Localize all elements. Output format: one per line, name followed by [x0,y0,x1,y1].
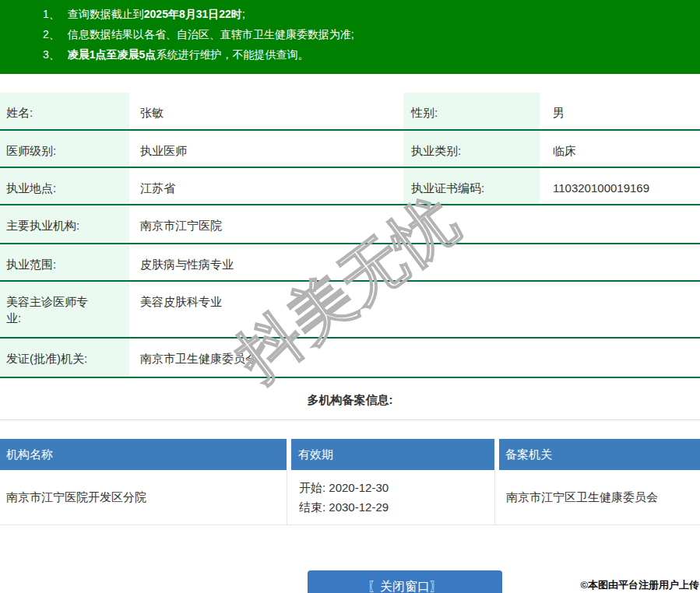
notice-line-number: 2、 [43,28,60,40]
upload-credit-text: ©本图由平台注册用户上传 [580,578,699,592]
notice-text: 系统进行维护，不能提供查询。 [156,48,308,61]
notice-line-number: 3、 [43,48,60,61]
field-value-certificate-number: 110320100019169 [540,167,700,205]
notice-banner: 1、查询数据截止到2025年8月31日22时; 2、信息数据结果以各省、自治区、… [0,0,700,74]
notice-text: 信息数据结果以各省、自治区、直辖市卫生健康委数据为准; [68,28,354,40]
field-label-cosmetic-specialty: 美容主诊医师专业: [0,281,129,338]
field-label-certificate-number: 执业证书编码: [403,167,540,205]
filing-table-header: 机构名称 有效期 备案机关 [0,439,700,470]
doctor-info-table: 姓名: 张敏 性别: 男 医师级别: 执业医师 执业类别: 临床 执业地点: 江… [0,93,700,378]
table-row: 执业地点: 江苏省 执业证书编码: 110320100019169 [0,167,700,205]
filing-section-heading: 多机构备案信息: [0,378,700,420]
field-label-text: 执业证书编码: [411,181,484,195]
validity-end: 结束: 2030-12-29 [299,497,494,517]
field-value-practice-category: 临床 [540,130,700,167]
field-label-name: 姓名: [0,93,129,130]
field-label-text: 性别: [411,106,438,119]
notice-text: 查询数据截止到 [68,8,144,20]
notice-text: ; [242,8,245,20]
notice-line-1: 1、查询数据截止到2025年8月31日22时; [0,4,700,24]
field-label-text: 医师级别: [6,142,56,159]
field-label-gender: 性别: [403,93,540,130]
field-label-practice-category: 执业类别: [403,130,540,167]
filing-table-row: 南京市江宁医院开发区分院 开始: 2020-12-30 结束: 2030-12-… [0,470,700,525]
field-value-practice-scope: 皮肤病与性病专业 [129,244,700,281]
field-value-cosmetic-specialty: 美容皮肤科专业 [129,281,700,338]
notice-line-number: 1、 [43,8,60,20]
field-value-main-institution: 南京市江宁医院 [129,205,700,244]
table-row: 医师级别: 执业医师 执业类别: 临床 [0,130,700,167]
table-row: 美容主诊医师专业: 美容皮肤科专业 [0,281,700,338]
cell-filing-authority: 南京市江宁区卫生健康委员会 [494,470,700,525]
field-value-issuing-authority: 南京市卫生健康委员会 [129,338,700,377]
table-row: 执业范围: 皮肤病与性病专业 [0,244,700,281]
filing-table: 机构名称 有效期 备案机关 南京市江宁医院开发区分院 开始: 2020-12-3… [0,439,700,525]
field-label-text: 美容主诊医师专业: [6,293,94,326]
field-label-main-institution: 主要执业机构: [0,205,129,244]
column-header-institution-name: 机构名称 [0,439,287,470]
field-label-issuing-authority: 发证(批准)机关: [0,338,129,377]
field-value-gender: 男 [540,93,700,130]
field-label-practice-location: 执业地点: [0,167,129,205]
notice-line-3: 3、凌晨1点至凌晨5点系统进行维护，不能提供查询。 [0,44,700,65]
close-window-button[interactable]: 〖关闭窗口〗 [308,570,502,593]
table-row: 主要执业机构: 南京市江宁医院 [0,205,700,244]
notice-line-2: 2、信息数据结果以各省、自治区、直辖市卫生健康委数据为准; [0,24,700,44]
field-label-practice-scope: 执业范围: [0,244,129,281]
field-label-text: 主要执业机构: [6,217,79,233]
table-row: 姓名: 张敏 性别: 男 [0,93,700,130]
column-header-filing-authority: 备案机关 [499,439,700,470]
field-value-practice-location: 江苏省 [129,167,403,205]
cell-institution-name: 南京市江宁医院开发区分院 [0,470,287,525]
field-label-text: 执业类别: [411,144,461,157]
notice-text-bold: 2025年8月31日22时 [144,8,242,20]
field-label-text: 执业范围: [6,256,56,272]
column-header-validity: 有效期 [291,439,494,470]
field-label-text: 姓名: [6,104,33,121]
field-label-text: 执业地点: [6,180,56,196]
field-value-doctor-level: 执业医师 [129,130,403,167]
cell-validity: 开始: 2020-12-30 结束: 2030-12-29 [287,470,494,525]
field-value-name: 张敏 [129,93,403,130]
notice-text-bold: 凌晨1点至凌晨5点 [68,48,157,61]
field-label-text: 发证(批准)机关: [6,350,87,367]
field-label-doctor-level: 医师级别: [0,130,129,167]
table-row: 发证(批准)机关: 南京市卫生健康委员会 [0,338,700,377]
validity-start: 开始: 2020-12-30 [299,478,494,497]
